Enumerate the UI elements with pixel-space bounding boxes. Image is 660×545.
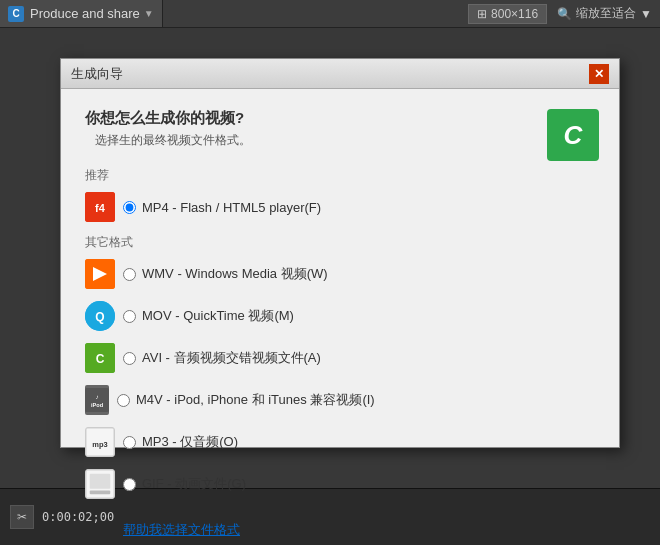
dialog-wizard: 生成向导 ✕ C 你想怎么生成你的视频? 选择生的最终视频文件格式。 推荐	[60, 58, 620, 448]
wmv-icon	[85, 259, 115, 289]
mp3-label: MP3 - 仅音频(O)	[142, 433, 238, 451]
m4v-radio[interactable]	[117, 394, 130, 407]
format-option-mp4[interactable]: f4 MP4 - Flash / HTML5 player(F)	[85, 192, 595, 222]
svg-text:C: C	[96, 352, 105, 366]
zoom-label: 缩放至适合	[576, 5, 636, 22]
gif-radio-label[interactable]: GIF - 动画文件(G)	[123, 475, 246, 493]
resolution-display: ⊞ 800×116	[468, 4, 547, 24]
dropdown-arrow-icon: ▼	[144, 8, 154, 19]
mp4-label: MP4 - Flash / HTML5 player(F)	[142, 200, 321, 215]
m4v-radio-label[interactable]: M4V - iPod, iPhone 和 iTunes 兼容视频(I)	[117, 391, 375, 409]
dialog-titlebar: 生成向导 ✕	[61, 59, 619, 89]
mov-label: MOV - QuickTime 视频(M)	[142, 307, 294, 325]
camtasia-logo: C	[547, 109, 599, 161]
mov-radio[interactable]	[123, 310, 136, 323]
other-formats-group: 其它格式 WMV - Windows Media 视频(W)	[85, 234, 595, 499]
mov-radio-label[interactable]: MOV - QuickTime 视频(M)	[123, 307, 294, 325]
mp3-radio[interactable]	[123, 436, 136, 449]
dialog-subtitle: 选择生的最终视频文件格式。	[85, 132, 595, 149]
top-bar: C Produce and share ▼ ⊞ 800×116 🔍 缩放至适合 …	[0, 0, 660, 28]
svg-text:Q: Q	[95, 310, 104, 324]
mp4-radio[interactable]	[123, 201, 136, 214]
svg-text:f4: f4	[95, 202, 106, 214]
gif-label: GIF - 动画文件(G)	[142, 475, 246, 493]
format-option-m4v[interactable]: ♪ iPod M4V - iPod, iPhone 和 iTunes 兼容视频(…	[85, 385, 595, 415]
format-option-mp3[interactable]: mp3 MP3 - 仅音频(O)	[85, 427, 595, 457]
mp3-radio-label[interactable]: MP3 - 仅音频(O)	[123, 433, 238, 451]
zoom-dropdown-icon: ▼	[640, 7, 652, 21]
app-menu[interactable]: C Produce and share ▼	[0, 0, 163, 27]
svg-text:iPod: iPod	[91, 402, 104, 408]
svg-rect-15	[90, 491, 111, 495]
avi-icon: C	[85, 343, 115, 373]
help-link[interactable]: 帮助我选择文件格式	[123, 521, 240, 539]
wmv-radio[interactable]	[123, 268, 136, 281]
svg-text:♪: ♪	[95, 393, 98, 400]
avi-label: AVI - 音频视频交错视频文件(A)	[142, 349, 321, 367]
mp4-radio-label[interactable]: MP4 - Flash / HTML5 player(F)	[123, 200, 321, 215]
zoom-control[interactable]: 🔍 缩放至适合 ▼	[557, 5, 652, 22]
resolution-value: 800×116	[491, 7, 538, 21]
mp3-icon: mp3	[85, 427, 115, 457]
app-title: Produce and share	[30, 6, 140, 21]
other-label: 其它格式	[85, 234, 595, 251]
gif-radio[interactable]	[123, 478, 136, 491]
wmv-radio-label[interactable]: WMV - Windows Media 视频(W)	[123, 265, 328, 283]
format-option-gif[interactable]: GIF - 动画文件(G)	[85, 469, 595, 499]
dialog-title: 生成向导	[71, 65, 589, 83]
cut-button[interactable]: ✂	[10, 505, 34, 529]
m4v-icon: ♪ iPod	[85, 385, 109, 415]
svg-text:mp3: mp3	[92, 440, 107, 449]
format-option-avi[interactable]: C AVI - 音频视频交错视频文件(A)	[85, 343, 595, 373]
format-option-mov[interactable]: Q MOV - QuickTime 视频(M)	[85, 301, 595, 331]
dialog-content: C 你想怎么生成你的视频? 选择生的最终视频文件格式。 推荐 f4	[61, 89, 619, 545]
avi-radio[interactable]	[123, 352, 136, 365]
wmv-label: WMV - Windows Media 视频(W)	[142, 265, 328, 283]
app-icon: C	[8, 6, 24, 22]
gif-icon	[85, 469, 115, 499]
format-option-wmv[interactable]: WMV - Windows Media 视频(W)	[85, 259, 595, 289]
top-bar-right: ⊞ 800×116 🔍 缩放至适合 ▼	[468, 4, 660, 24]
search-icon: 🔍	[557, 7, 572, 21]
dialog-question: 你想怎么生成你的视频?	[85, 109, 595, 128]
mov-icon: Q	[85, 301, 115, 331]
recommended-group: 推荐 f4 MP4 - Flash / HTML5 player(F)	[85, 167, 595, 222]
recommended-label: 推荐	[85, 167, 595, 184]
mp4-icon: f4	[85, 192, 115, 222]
m4v-label: M4V - iPod, iPhone 和 iTunes 兼容视频(I)	[136, 391, 375, 409]
avi-radio-label[interactable]: AVI - 音频视频交错视频文件(A)	[123, 349, 321, 367]
dialog-close-button[interactable]: ✕	[589, 64, 609, 84]
svg-rect-14	[90, 474, 111, 489]
main-area: 生成向导 ✕ C 你想怎么生成你的视频? 选择生的最终视频文件格式。 推荐	[0, 28, 660, 488]
resolution-icon: ⊞	[477, 7, 487, 21]
cut-icon: ✂	[17, 510, 27, 524]
